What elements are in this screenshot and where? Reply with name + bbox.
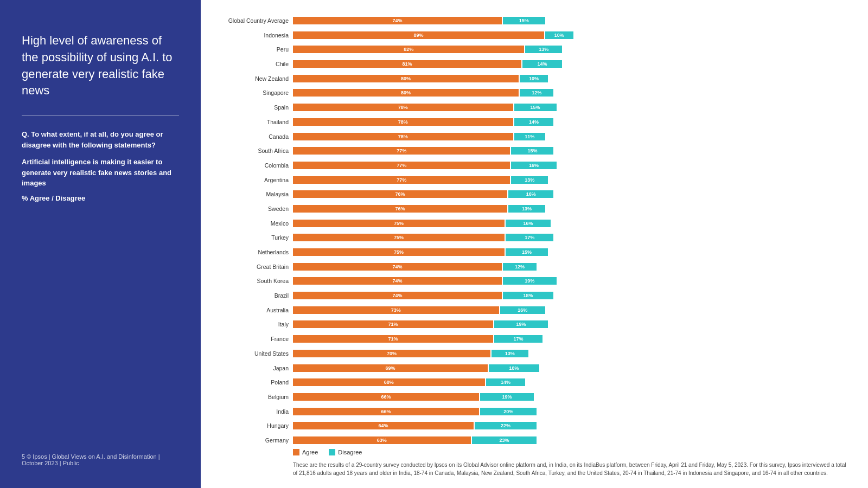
chart-row: South Korea74%19% [222,277,846,285]
agree-bar: 78% [293,104,513,111]
disagree-bar: 15% [506,248,548,256]
disagree-bar: 16% [506,220,551,227]
disagree-bar: 14% [514,118,554,126]
chart-row: Brazil74%18% [222,291,846,300]
disagree-bar: 20% [480,408,537,415]
bars-container: 74%15% [293,17,846,24]
disagree-label: Disagree [338,449,362,455]
agree-bar: 78% [293,118,513,126]
disagree-bar: 15% [511,147,553,155]
row-label: Thailand [222,119,293,125]
agree-bar: 74% [293,277,502,285]
bars-container: 63%23% [293,436,846,444]
disagree-bar: 13% [508,205,545,213]
main-content: Global Country Average74%15%Indonesia89%… [201,0,868,488]
agree-bar: 71% [293,320,493,328]
bars-container: 75%15% [293,248,846,256]
row-label: Poland [222,379,293,386]
row-label: South Africa [222,147,293,154]
chart-row: New Zealand80%10% [222,74,846,83]
chart-row: Hungary64%22% [222,421,846,430]
row-label: South Korea [222,278,293,284]
chart-row: Indonesia89%10% [222,31,846,40]
sidebar-statement: Artificial intelligence is making it eas… [22,157,179,189]
chart-row: Italy71%19% [222,320,846,329]
bars-container: 77%13% [293,176,846,184]
sidebar-divider [22,115,179,116]
chart-row: Poland68%14% [222,378,846,387]
disagree-bar: 13% [492,350,528,357]
disagree-bar: 17% [506,234,553,241]
chart-row: Colombia77%16% [222,161,846,170]
row-label: Turkey [222,234,293,241]
agree-bar: 80% [293,89,519,97]
chart-row: Mexico75%16% [222,219,846,228]
bars-container: 74%19% [293,277,846,285]
disagree-bar: 10% [520,75,548,82]
row-label: Indonesia [222,32,293,38]
row-label: Canada [222,133,293,140]
chart-row: Great Britain74%12% [222,262,846,271]
agree-bar: 66% [293,408,479,415]
sidebar-metric: % Agree / Disagree [22,194,179,202]
agree-label: Agree [302,449,318,455]
disagree-bar: 19% [494,320,548,328]
disagree-bar: 17% [494,335,542,343]
bars-container: 66%19% [293,393,846,401]
chart-area: Global Country Average74%15%Indonesia89%… [222,16,846,477]
bars-container: 68%14% [293,378,846,386]
row-label: Singapore [222,89,293,96]
chart-row: Canada78%11% [222,132,846,141]
agree-bar: 68% [293,378,485,386]
chart-row: France71%17% [222,335,846,343]
row-label: France [222,336,293,342]
agree-bar: 74% [293,292,502,299]
bars-container: 74%18% [293,292,846,299]
agree-color-box [293,449,299,455]
sidebar-footer: 5 © Ipsos | Global Views on A.I. and Dis… [22,453,179,466]
bars-container: 71%19% [293,320,846,328]
agree-bar: 78% [293,133,513,140]
disagree-bar: 14% [522,60,562,68]
chart-row: Global Country Average74%15% [222,16,846,25]
row-label: Global Country Average [222,17,293,24]
bars-container: 73%16% [293,306,846,314]
row-label: Netherlands [222,249,293,255]
agree-bar: 74% [293,17,502,24]
row-label: Australia [222,307,293,313]
agree-bar: 71% [293,335,493,343]
disagree-bar: 16% [511,162,556,169]
disagree-bar: 19% [480,393,534,401]
disagree-bar: 12% [503,263,537,271]
disagree-bar: 14% [486,378,526,386]
bars-container: 80%10% [293,75,846,82]
disagree-bar: 15% [514,104,557,111]
disagree-bar: 12% [520,89,553,97]
agree-bar: 81% [293,60,521,68]
row-label: India [222,408,293,415]
bars-container: 75%16% [293,220,846,227]
row-label: Malaysia [222,191,293,197]
chart-row: Netherlands75%15% [222,248,846,256]
chart-row: Argentina77%13% [222,176,846,184]
row-label: Peru [222,46,293,53]
bars-container: 69%18% [293,364,846,372]
row-label: Germany [222,437,293,444]
agree-bar: 75% [293,234,505,241]
agree-bar: 76% [293,205,507,213]
bars-container: 70%13% [293,350,846,357]
legend-disagree: Disagree [329,449,362,455]
row-label: Sweden [222,206,293,212]
chart-row: Japan69%18% [222,364,846,373]
row-label: Hungary [222,422,293,429]
chart-row: Singapore80%12% [222,88,846,97]
chart-row: Belgium66%19% [222,393,846,401]
bars-container: 77%16% [293,162,846,169]
chart-row: Peru82%13% [222,45,846,54]
disagree-bar: 13% [511,176,548,184]
sidebar-title: High level of awareness of the possibili… [22,33,179,99]
agree-bar: 77% [293,162,510,169]
disagree-color-box [329,449,335,455]
disagree-bar: 13% [525,46,562,53]
sidebar: High level of awareness of the possibili… [0,0,201,488]
